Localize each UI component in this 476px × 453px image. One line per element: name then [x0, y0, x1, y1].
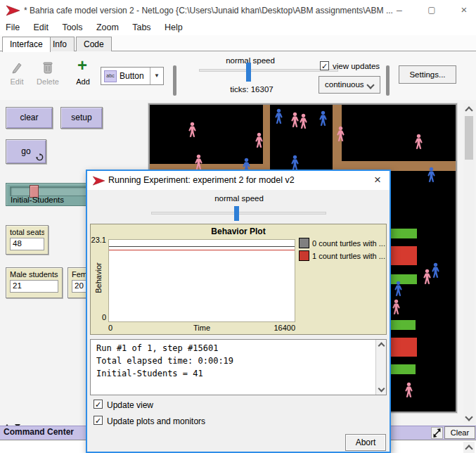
plot-pen-gray [109, 246, 295, 247]
delete-tool-label[interactable]: Delete [32, 77, 63, 86]
ticks-counter: ticks: 16307 [210, 85, 294, 94]
monitor-value: 48 [10, 238, 44, 250]
wall-segment [263, 105, 270, 171]
maximize-button[interactable]: ▢ [420, 0, 443, 21]
output-scroll-down[interactable] [376, 385, 386, 395]
update-plots-checkbox[interactable]: ✓ [94, 416, 103, 425]
command-scroll-up[interactable] [463, 442, 475, 453]
scroll-down-button[interactable] [463, 412, 475, 423]
menu-zoom[interactable]: Zoom [91, 21, 124, 34]
run-output-text: Run #1 of 1, step #15601Total elapsed ti… [96, 342, 373, 380]
seat-free [389, 229, 417, 238]
dialog-title-bar: Running Experiment: experiment 2 for mod… [87, 171, 390, 190]
dialog-close-icon[interactable]: × [370, 172, 385, 188]
monitor-total-seats: total seats 48 [6, 225, 49, 255]
command-clear-button[interactable]: Clear [444, 426, 475, 439]
legend-entry-0: 0 count turtles with ... [299, 238, 385, 248]
view-updates-checkbox[interactable]: ✓ [320, 61, 329, 70]
speed-slider-track[interactable] [199, 69, 338, 72]
person-female [404, 382, 414, 399]
go-button[interactable]: go [6, 139, 46, 164]
toolbar-separator-2 [386, 65, 390, 96]
monitor-value: 21 [10, 280, 58, 293]
seat-occupied [389, 246, 417, 265]
speed-slider-thumb[interactable] [246, 63, 251, 82]
scroll-up-button[interactable] [463, 103, 475, 115]
y-max-label: 23.1 [91, 236, 106, 244]
person-male [430, 262, 441, 279]
add-plus-icon: + [77, 58, 87, 72]
add-tool-label[interactable]: Add [67, 77, 98, 86]
initial-students-slider[interactable]: Initial-Students [6, 183, 94, 206]
checkmark-icon: ✓ [95, 400, 101, 409]
menu-edit[interactable]: Edit [28, 21, 55, 34]
abort-button[interactable]: Abort [345, 434, 386, 451]
chevron-down-icon [366, 81, 374, 89]
person-male [393, 281, 404, 298]
update-mode-select[interactable]: continuous [319, 76, 380, 94]
person-female [413, 134, 424, 151]
edit-tool-label[interactable]: Edit [1, 77, 32, 86]
delete-trash-icon [42, 60, 53, 75]
update-view-checkbox[interactable]: ✓ [94, 400, 103, 409]
menu-tools[interactable]: Tools [56, 21, 88, 34]
scrollbar-thumb[interactable] [465, 116, 473, 160]
tab-strip: Interface Info Code [0, 35, 476, 51]
menu-tabs[interactable]: Tabs [127, 21, 156, 34]
vertical-scrollbar[interactable] [463, 103, 475, 423]
person-male [426, 167, 437, 184]
tab-code[interactable]: Code [76, 37, 112, 51]
plot-pen-red [109, 250, 295, 250]
edit-pencil-icon [11, 61, 22, 75]
plot-area [108, 239, 295, 322]
output-scrollbar[interactable] [375, 340, 386, 395]
update-plots-label: Update plots and monitors [107, 416, 205, 426]
go-button-label: go [21, 146, 30, 156]
command-center-title: Command Center [4, 427, 74, 437]
person-female [193, 154, 204, 171]
person-female [187, 122, 198, 139]
monitor-label: total seats [10, 228, 44, 236]
netlogo-window: * Bahria cafe model version 2 - NetLogo … [0, 0, 476, 453]
settings-button[interactable]: Settings... [399, 65, 456, 84]
menu-help[interactable]: Help [159, 21, 188, 34]
widget-type-dropdown[interactable]: abc Button ▼ [101, 67, 164, 85]
dialog-speed-thumb[interactable] [234, 206, 239, 221]
button-widget-icon: abc [104, 70, 117, 82]
y-axis-label: Behavior [94, 253, 103, 302]
legend-label: 0 count turtles with ... [312, 239, 385, 248]
slider-label: Initial-Students [11, 196, 64, 204]
slider-groove [10, 186, 90, 196]
netlogo-logo-icon [93, 176, 105, 186]
menu-file[interactable]: File [0, 21, 25, 34]
dialog-speed-label: normal speed [200, 194, 278, 203]
tab-interface[interactable]: Interface [2, 37, 51, 52]
monitor-label: Male students [10, 270, 58, 279]
y-min-label: 0 [91, 313, 106, 321]
legend-entry-1: 1 count turtles with ... [299, 250, 385, 261]
menu-bar: File Edit Tools Zoom Tabs Help [0, 21, 476, 35]
window-title: * Bahria cafe model version 2 - NetLogo … [24, 0, 393, 21]
update-mode-value: continuous [325, 80, 364, 89]
checkmark-icon: ✓ [321, 62, 328, 70]
person-female [298, 113, 309, 130]
widget-type-value: Button [120, 71, 150, 81]
setup-button[interactable]: setup [60, 107, 103, 129]
output-scroll-up[interactable] [376, 340, 386, 350]
minimize-button[interactable]: – [388, 0, 411, 21]
resize-diagonal-icon[interactable] [431, 427, 443, 439]
checkmark-icon: ✓ [95, 416, 101, 425]
seat-free [389, 364, 416, 374]
seat-free [389, 320, 416, 330]
clear-button[interactable]: clear [6, 107, 53, 129]
view-updates-label: view updates [333, 62, 380, 70]
run-output-box[interactable]: Run #1 of 1, step #15601Total elapsed ti… [90, 339, 387, 395]
experiment-dialog: Running Experiment: experiment 2 for mod… [86, 170, 391, 453]
behavior-plot: Behavior Plot 23.1 0 Behavior 0 Time 164… [90, 224, 387, 335]
dropdown-arrow-icon: ▼ [150, 68, 163, 84]
person-male [274, 108, 284, 125]
update-view-label: Update view [107, 400, 153, 410]
plot-title: Behavior Plot [91, 226, 386, 236]
monitor-male-students: Male students 21 [6, 267, 63, 298]
close-button[interactable]: × [453, 0, 475, 21]
